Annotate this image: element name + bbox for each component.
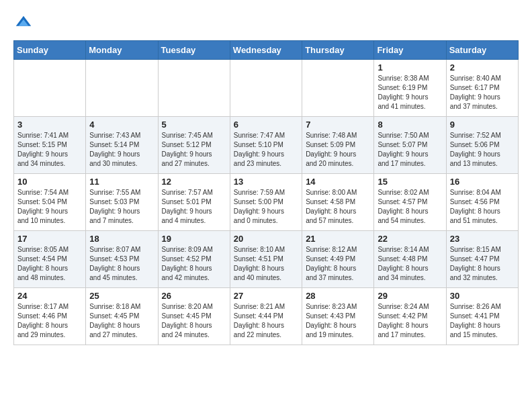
day-info: Sunrise: 7:48 AMSunset: 5:09 PMDaylight:… bbox=[306, 131, 370, 169]
day-info: Sunrise: 7:43 AMSunset: 5:14 PMDaylight:… bbox=[89, 131, 154, 169]
header-day-thursday: Thursday bbox=[302, 41, 374, 60]
day-number: 11 bbox=[89, 177, 154, 187]
header-day-sunday: Sunday bbox=[14, 41, 86, 60]
day-number: 12 bbox=[162, 177, 226, 187]
day-number: 22 bbox=[378, 234, 442, 244]
day-info: Sunrise: 8:00 AMSunset: 4:58 PMDaylight:… bbox=[306, 188, 370, 226]
day-number: 19 bbox=[162, 234, 226, 244]
calendar-cell: 11Sunrise: 7:55 AMSunset: 5:03 PMDayligh… bbox=[86, 174, 158, 231]
calendar-cell: 14Sunrise: 8:00 AMSunset: 4:58 PMDayligh… bbox=[302, 174, 374, 231]
calendar-cell: 2Sunrise: 8:40 AMSunset: 6:17 PMDaylight… bbox=[446, 60, 518, 117]
calendar-cell: 27Sunrise: 8:21 AMSunset: 4:44 PMDayligh… bbox=[230, 288, 302, 345]
calendar-cell: 15Sunrise: 8:02 AMSunset: 4:57 PMDayligh… bbox=[374, 174, 446, 231]
day-number: 27 bbox=[234, 291, 298, 301]
week-row-2: 3Sunrise: 7:41 AMSunset: 5:15 PMDaylight… bbox=[14, 117, 519, 174]
header-day-wednesday: Wednesday bbox=[230, 41, 302, 60]
day-info: Sunrise: 8:10 AMSunset: 4:51 PMDaylight:… bbox=[234, 245, 298, 283]
header-day-tuesday: Tuesday bbox=[158, 41, 230, 60]
day-info: Sunrise: 8:20 AMSunset: 4:45 PMDaylight:… bbox=[162, 302, 226, 340]
calendar-cell: 3Sunrise: 7:41 AMSunset: 5:15 PMDaylight… bbox=[14, 117, 86, 174]
day-info: Sunrise: 8:23 AMSunset: 4:43 PMDaylight:… bbox=[306, 302, 370, 340]
day-number: 18 bbox=[89, 234, 154, 244]
day-info: Sunrise: 8:38 AMSunset: 6:19 PMDaylight:… bbox=[378, 74, 442, 111]
day-info: Sunrise: 8:15 AMSunset: 4:47 PMDaylight:… bbox=[450, 245, 515, 283]
day-number: 1 bbox=[378, 62, 442, 73]
day-number: 28 bbox=[306, 291, 370, 301]
calendar-cell: 16Sunrise: 8:04 AMSunset: 4:56 PMDayligh… bbox=[446, 174, 518, 231]
day-number: 4 bbox=[89, 120, 154, 130]
calendar-cell: 30Sunrise: 8:26 AMSunset: 4:41 PMDayligh… bbox=[446, 288, 518, 345]
day-info: Sunrise: 7:59 AMSunset: 5:00 PMDaylight:… bbox=[234, 188, 298, 226]
calendar-cell: 18Sunrise: 8:07 AMSunset: 4:53 PMDayligh… bbox=[86, 231, 158, 288]
calendar-cell: 23Sunrise: 8:15 AMSunset: 4:47 PMDayligh… bbox=[446, 231, 518, 288]
day-number: 21 bbox=[306, 234, 370, 244]
calendar-cell bbox=[302, 60, 374, 117]
day-info: Sunrise: 8:24 AMSunset: 4:42 PMDaylight:… bbox=[378, 302, 442, 340]
calendar-cell: 17Sunrise: 8:05 AMSunset: 4:54 PMDayligh… bbox=[14, 231, 86, 288]
day-info: Sunrise: 8:40 AMSunset: 6:17 PMDaylight:… bbox=[450, 74, 515, 111]
day-info: Sunrise: 7:50 AMSunset: 5:07 PMDaylight:… bbox=[378, 131, 442, 169]
day-number: 15 bbox=[378, 177, 442, 187]
day-info: Sunrise: 8:05 AMSunset: 4:54 PMDaylight:… bbox=[17, 245, 82, 283]
day-number: 7 bbox=[306, 120, 370, 130]
calendar-table: SundayMondayTuesdayWednesdayThursdayFrid… bbox=[13, 40, 519, 345]
calendar-cell: 29Sunrise: 8:24 AMSunset: 4:42 PMDayligh… bbox=[374, 288, 446, 345]
calendar-cell: 10Sunrise: 7:54 AMSunset: 5:04 PMDayligh… bbox=[14, 174, 86, 231]
calendar-cell: 1Sunrise: 8:38 AMSunset: 6:19 PMDaylight… bbox=[374, 60, 446, 117]
logo bbox=[13, 13, 36, 34]
day-number: 29 bbox=[378, 291, 442, 301]
calendar-cell bbox=[158, 60, 230, 117]
day-number: 5 bbox=[162, 120, 226, 130]
day-number: 16 bbox=[450, 177, 515, 187]
week-row-3: 10Sunrise: 7:54 AMSunset: 5:04 PMDayligh… bbox=[14, 174, 519, 231]
calendar-cell: 20Sunrise: 8:10 AMSunset: 4:51 PMDayligh… bbox=[230, 231, 302, 288]
day-number: 25 bbox=[89, 291, 154, 301]
day-info: Sunrise: 8:02 AMSunset: 4:57 PMDaylight:… bbox=[378, 188, 442, 226]
day-info: Sunrise: 8:14 AMSunset: 4:48 PMDaylight:… bbox=[378, 245, 442, 283]
calendar-cell: 8Sunrise: 7:50 AMSunset: 5:07 PMDaylight… bbox=[374, 117, 446, 174]
calendar-cell: 4Sunrise: 7:43 AMSunset: 5:14 PMDaylight… bbox=[86, 117, 158, 174]
day-number: 30 bbox=[450, 291, 515, 301]
calendar-cell: 12Sunrise: 7:57 AMSunset: 5:01 PMDayligh… bbox=[158, 174, 230, 231]
calendar-cell: 26Sunrise: 8:20 AMSunset: 4:45 PMDayligh… bbox=[158, 288, 230, 345]
day-info: Sunrise: 7:57 AMSunset: 5:01 PMDaylight:… bbox=[162, 188, 226, 226]
week-row-4: 17Sunrise: 8:05 AMSunset: 4:54 PMDayligh… bbox=[14, 231, 519, 288]
header-day-saturday: Saturday bbox=[446, 41, 518, 60]
day-number: 14 bbox=[306, 177, 370, 187]
day-number: 2 bbox=[450, 62, 515, 73]
calendar-cell: 22Sunrise: 8:14 AMSunset: 4:48 PMDayligh… bbox=[374, 231, 446, 288]
calendar-cell: 6Sunrise: 7:47 AMSunset: 5:10 PMDaylight… bbox=[230, 117, 302, 174]
calendar-cell: 7Sunrise: 7:48 AMSunset: 5:09 PMDaylight… bbox=[302, 117, 374, 174]
day-info: Sunrise: 7:54 AMSunset: 5:04 PMDaylight:… bbox=[17, 188, 82, 226]
day-info: Sunrise: 8:26 AMSunset: 4:41 PMDaylight:… bbox=[450, 302, 515, 340]
day-info: Sunrise: 8:04 AMSunset: 4:56 PMDaylight:… bbox=[450, 188, 515, 226]
day-info: Sunrise: 8:17 AMSunset: 4:46 PMDaylight:… bbox=[17, 302, 82, 340]
calendar-cell: 24Sunrise: 8:17 AMSunset: 4:46 PMDayligh… bbox=[14, 288, 86, 345]
calendar-body: 1Sunrise: 8:38 AMSunset: 6:19 PMDaylight… bbox=[14, 60, 519, 345]
calendar-cell: 21Sunrise: 8:12 AMSunset: 4:49 PMDayligh… bbox=[302, 231, 374, 288]
week-row-1: 1Sunrise: 8:38 AMSunset: 6:19 PMDaylight… bbox=[14, 60, 519, 117]
calendar-cell: 9Sunrise: 7:52 AMSunset: 5:06 PMDaylight… bbox=[446, 117, 518, 174]
header-row: SundayMondayTuesdayWednesdayThursdayFrid… bbox=[14, 41, 519, 60]
calendar-cell bbox=[14, 60, 86, 117]
logo-icon bbox=[13, 13, 34, 34]
day-number: 10 bbox=[17, 177, 82, 187]
day-number: 8 bbox=[378, 120, 442, 130]
day-info: Sunrise: 8:21 AMSunset: 4:44 PMDaylight:… bbox=[234, 302, 298, 340]
calendar-cell: 25Sunrise: 8:18 AMSunset: 4:45 PMDayligh… bbox=[86, 288, 158, 345]
day-info: Sunrise: 7:45 AMSunset: 5:12 PMDaylight:… bbox=[162, 131, 226, 169]
week-row-5: 24Sunrise: 8:17 AMSunset: 4:46 PMDayligh… bbox=[14, 288, 519, 345]
day-number: 20 bbox=[234, 234, 298, 244]
day-number: 9 bbox=[450, 120, 515, 130]
calendar-cell bbox=[86, 60, 158, 117]
day-info: Sunrise: 8:07 AMSunset: 4:53 PMDaylight:… bbox=[89, 245, 154, 283]
calendar-cell: 13Sunrise: 7:59 AMSunset: 5:00 PMDayligh… bbox=[230, 174, 302, 231]
day-info: Sunrise: 8:12 AMSunset: 4:49 PMDaylight:… bbox=[306, 245, 370, 283]
day-number: 24 bbox=[17, 291, 82, 301]
day-number: 17 bbox=[17, 234, 82, 244]
day-info: Sunrise: 7:52 AMSunset: 5:06 PMDaylight:… bbox=[450, 131, 515, 169]
day-number: 23 bbox=[450, 234, 515, 244]
calendar-cell bbox=[230, 60, 302, 117]
calendar-cell: 19Sunrise: 8:09 AMSunset: 4:52 PMDayligh… bbox=[158, 231, 230, 288]
day-info: Sunrise: 7:41 AMSunset: 5:15 PMDaylight:… bbox=[17, 131, 82, 169]
